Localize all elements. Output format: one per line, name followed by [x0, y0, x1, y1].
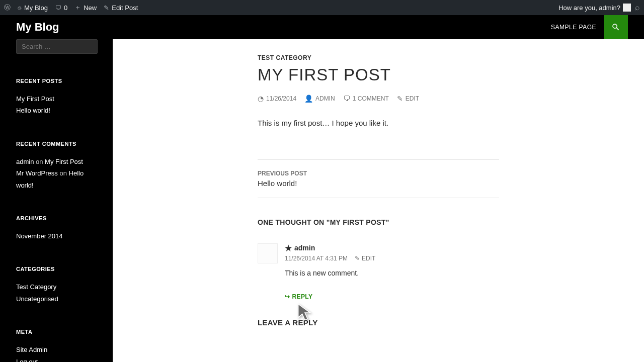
comment-item: ★ admin 11/26/2014 AT 4:31 PM ✎EDIT This…	[258, 243, 499, 300]
widget-title: RECENT POSTS	[16, 78, 97, 84]
clock-icon: ◔	[258, 95, 264, 103]
plus-icon: ＋	[74, 3, 81, 12]
meta-link[interactable]: Log out	[16, 358, 38, 362]
post-comments-link[interactable]: 🗨1 COMMENT	[343, 95, 389, 103]
category-link[interactable]: TEST CATEGORY	[258, 54, 311, 61]
comment-author-link[interactable]: admin	[16, 158, 34, 165]
adminbar-comments[interactable]: 🗨 0	[55, 4, 67, 12]
archives-widget: ARCHIVES November 2014	[16, 215, 97, 242]
avatar-icon	[623, 4, 631, 12]
post-author-link[interactable]: 👤ADMIN	[304, 95, 335, 103]
comments-title: ONE THOUGHT ON "MY FIRST POST"	[258, 218, 499, 226]
recent-comment-item: Mr WordPress on Hello world!	[16, 167, 97, 191]
post-content: This is my first post… I hope you like i…	[258, 118, 499, 129]
search-widget	[16, 39, 97, 54]
widget-title: ARCHIVES	[16, 215, 97, 221]
meta-link[interactable]: Site Admin	[16, 346, 47, 353]
recent-posts-widget: RECENT POSTS My First Post Hello world!	[16, 78, 97, 117]
category-link[interactable]: Test Category	[16, 283, 56, 291]
category-link[interactable]: Uncategorised	[16, 295, 58, 303]
post-category: TEST CATEGORY	[258, 54, 499, 61]
post-edit-link[interactable]: ✎EDIT	[397, 95, 419, 103]
recent-post-link[interactable]: My First Post	[16, 95, 54, 103]
comment-text: This is a new comment.	[285, 269, 499, 277]
admin-bar: ⓦ ⌾ My Blog 🗨 0 ＋ New ✎ Edit Post How ar…	[0, 0, 644, 15]
leave-reply-title: LEAVE A REPLY	[258, 318, 499, 327]
comment-date-link[interactable]: 11/26/2014 AT 4:31 PM	[285, 255, 348, 262]
recent-comments-widget: RECENT COMMENTS admin on My First Post M…	[16, 141, 97, 191]
sidebar: RECENT POSTS My First Post Hello world! …	[0, 39, 113, 362]
post-meta: ◔11/26/2014 👤ADMIN 🗨1 COMMENT ✎EDIT	[258, 95, 499, 103]
reply-button[interactable]: ↪ REPLY	[285, 293, 312, 300]
comment-icon: 🗨	[55, 4, 61, 12]
search-icon	[611, 23, 620, 32]
main-content: TEST CATEGORY MY FIRST POST ◔11/26/2014 …	[113, 39, 644, 362]
pencil-icon: ✎	[397, 95, 403, 103]
categories-widget: CATEGORIES Test Category Uncategorised	[16, 266, 97, 305]
prev-post-link[interactable]: Hello world!	[258, 179, 297, 188]
reply-arrow-icon: ↪	[285, 293, 290, 300]
site-title[interactable]: My Blog	[16, 21, 59, 34]
adminbar-edit-label: Edit Post	[112, 4, 138, 12]
comment-edit-link[interactable]: ✎EDIT	[355, 255, 375, 262]
star-icon: ★	[285, 243, 292, 253]
widget-title: META	[16, 329, 97, 335]
comment-author-link[interactable]: Mr WordPress	[16, 169, 58, 177]
adminbar-search-icon[interactable]: ⌕	[635, 3, 640, 12]
nav-sample-page[interactable]: SAMPLE PAGE	[543, 15, 604, 39]
dashboard-icon: ⌾	[18, 4, 22, 12]
wordpress-icon: ⓦ	[4, 3, 11, 12]
post-title: MY FIRST POST	[258, 65, 499, 84]
archive-link[interactable]: November 2014	[16, 232, 63, 240]
post-navigation: PREVIOUS POST Hello world!	[258, 159, 499, 198]
adminbar-account[interactable]: How are you, admin?	[558, 4, 631, 12]
recent-comment-item: admin on My First Post	[16, 156, 97, 167]
main-nav: SAMPLE PAGE	[543, 15, 628, 39]
adminbar-new-label: New	[84, 4, 97, 12]
adminbar-site-name: My Blog	[24, 4, 48, 12]
search-input[interactable]	[16, 39, 98, 54]
site-header: My Blog SAMPLE PAGE	[0, 15, 644, 39]
search-button[interactable]	[604, 15, 628, 39]
adminbar-site[interactable]: ⌾ My Blog	[18, 4, 48, 12]
comment-author: ★ admin	[285, 243, 499, 253]
adminbar-new[interactable]: ＋ New	[74, 3, 97, 12]
meta-widget: META Site Admin Log out Entries RSS	[16, 329, 97, 362]
comment-post-link[interactable]: My First Post	[45, 158, 83, 165]
avatar	[258, 243, 278, 263]
prev-post-label: PREVIOUS POST	[258, 170, 499, 177]
widget-title: CATEGORIES	[16, 266, 97, 272]
recent-post-link[interactable]: Hello world!	[16, 107, 50, 114]
widget-title: RECENT COMMENTS	[16, 141, 97, 147]
user-icon: 👤	[304, 95, 313, 103]
comment-icon: 🗨	[343, 95, 350, 103]
comment-meta: 11/26/2014 AT 4:31 PM ✎EDIT	[285, 255, 499, 262]
adminbar-comments-count: 0	[64, 4, 67, 12]
wp-logo[interactable]: ⓦ	[4, 3, 11, 12]
pencil-icon: ✎	[104, 4, 109, 12]
adminbar-edit[interactable]: ✎ Edit Post	[104, 4, 138, 12]
adminbar-greeting: How are you, admin?	[558, 4, 620, 12]
pencil-icon: ✎	[355, 255, 360, 262]
post-date-link[interactable]: ◔11/26/2014	[258, 95, 296, 103]
